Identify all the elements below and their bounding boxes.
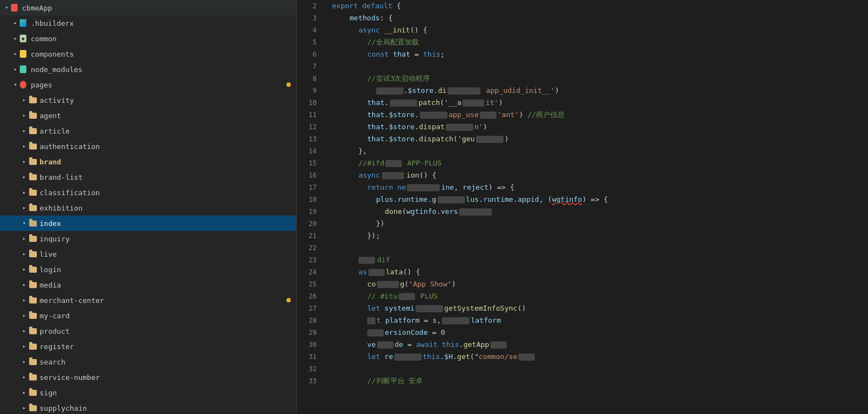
pages-label: pages — [31, 81, 52, 89]
line-num-27: 27 — [297, 302, 317, 314]
line-num-12: 12 — [297, 121, 317, 133]
tree-item-index[interactable]: index — [0, 216, 296, 231]
login-label: login — [40, 266, 61, 274]
pages-modified-dot — [286, 82, 291, 87]
brand-list-label: brand-list — [40, 173, 82, 181]
code-line-24: aslata() { — [332, 266, 868, 278]
line-num-8: 8 — [297, 73, 317, 85]
tree-item-brand-list[interactable]: brand-list — [0, 169, 296, 185]
tree-item-merchant-center[interactable]: merchant-center — [0, 292, 296, 308]
tree-item-exhibition[interactable]: exhibition — [0, 200, 296, 216]
line-num-31: 31 — [297, 351, 317, 363]
tree-item-live[interactable]: live — [0, 246, 296, 262]
tree-item-components[interactable]: components — [0, 46, 296, 62]
tree-item-supplychain[interactable]: supplychain — [0, 400, 296, 414]
line-num-3: 3 — [297, 12, 317, 24]
service-number-icon — [29, 373, 37, 382]
chevron-hbuilderx — [11, 19, 20, 27]
code-line-18: plus.runtime.glus.runtime.appid, (wgtinf… — [332, 194, 868, 206]
chevron-live — [20, 250, 29, 258]
code-editor[interactable]: 2 3 4 5 6 7 8 9 10 11 12 13 14 15 16 17 … — [297, 0, 868, 414]
tree-item-service-number[interactable]: service-number — [0, 369, 296, 385]
chevron-activity — [20, 96, 29, 104]
code-lines[interactable]: export default { methods: { async __init… — [323, 0, 868, 414]
live-label: live — [40, 250, 57, 258]
file-explorer[interactable]: cbmeApp .hbuilderx ◆ common components n… — [0, 0, 297, 414]
code-line-33: //判断平台 安卓 — [332, 375, 868, 387]
line-num-5: 5 — [297, 36, 317, 48]
login-icon — [29, 265, 37, 274]
code-line-12: that.$store.dispatn') — [332, 121, 868, 133]
code-line-30: vede = await this.getApp — [332, 339, 868, 351]
tree-item-product[interactable]: product — [0, 323, 296, 339]
live-icon — [29, 250, 37, 258]
activity-label: activity — [40, 96, 74, 104]
tree-item-media[interactable]: media — [0, 277, 296, 292]
tree-item-register[interactable]: register — [0, 339, 296, 354]
code-line-15: //#ifd APP-PLUS — [332, 157, 868, 169]
code-line-32 — [332, 363, 868, 375]
media-label: media — [40, 281, 61, 289]
tree-item-cbmeapp[interactable]: cbmeApp — [0, 0, 296, 15]
tree-item-brand[interactable]: brand — [0, 154, 296, 169]
chevron-my-card — [20, 311, 29, 320]
tree-item-node-modules[interactable]: node_modules — [0, 62, 296, 77]
code-line-6: const that = this; — [332, 48, 868, 60]
chevron-supplychain — [20, 404, 29, 412]
tree-item-common[interactable]: ◆ common — [0, 31, 296, 46]
brand-icon — [29, 157, 37, 166]
merchant-center-icon — [29, 296, 37, 305]
line-num-16: 16 — [297, 169, 317, 181]
line-num-29: 29 — [297, 327, 317, 339]
line-num-26: 26 — [297, 290, 317, 302]
components-icon — [20, 49, 29, 58]
tree-item-activity[interactable]: activity — [0, 92, 296, 108]
tree-item-sign[interactable]: sign — [0, 385, 296, 400]
media-icon — [29, 280, 37, 289]
common-label: common — [31, 35, 57, 43]
tree-item-authentication[interactable]: authentication — [0, 139, 296, 154]
line-num-30: 30 — [297, 339, 317, 351]
chevron-components — [11, 49, 20, 58]
chevron-node-modules — [11, 65, 20, 74]
tree-item-my-card[interactable]: my-card — [0, 308, 296, 323]
chevron-service-number — [20, 373, 29, 382]
tree-item-agent[interactable]: agent — [0, 108, 296, 123]
index-label: index — [40, 219, 61, 228]
my-card-icon — [29, 311, 37, 320]
search-label: search — [40, 358, 65, 366]
chevron-register — [20, 342, 29, 351]
chevron-search — [20, 357, 29, 366]
line-num-28: 28 — [297, 314, 317, 327]
tree-item-hbuilderx[interactable]: .hbuilderx — [0, 15, 296, 31]
inquiry-icon — [29, 234, 37, 243]
tree-item-search[interactable]: search — [0, 354, 296, 369]
tree-item-login[interactable]: login — [0, 262, 296, 277]
chevron-brand — [20, 157, 29, 166]
tree-item-inquiry[interactable]: inquiry — [0, 231, 296, 246]
common-icon: ◆ — [20, 34, 29, 43]
code-line-22 — [332, 242, 868, 254]
tree-item-article[interactable]: article — [0, 123, 296, 139]
code-line-8: //尝试3次启动程序 — [332, 73, 868, 85]
code-line-2: export default { — [332, 0, 868, 12]
authentication-label: authentication — [40, 142, 100, 151]
components-label: components — [31, 50, 74, 58]
register-label: register — [40, 343, 74, 351]
chevron-authentication — [20, 142, 29, 151]
tree-item-classification[interactable]: classification — [0, 185, 296, 200]
chevron-index — [20, 219, 29, 228]
chevron-agent — [20, 111, 29, 120]
register-icon — [29, 342, 37, 351]
chevron-classification — [20, 188, 29, 197]
exhibition-icon — [29, 203, 37, 212]
chevron-cbmeapp — [2, 3, 11, 12]
activity-icon — [29, 96, 37, 104]
code-line-5: //全局配置加载 — [332, 36, 868, 48]
line-num-21: 21 — [297, 230, 317, 242]
code-line-14: }, — [332, 145, 868, 157]
code-line-20: }) — [332, 218, 868, 230]
code-line-23: dif — [332, 254, 868, 266]
tree-item-pages[interactable]: pages — [0, 77, 296, 92]
inquiry-label: inquiry — [40, 235, 70, 243]
